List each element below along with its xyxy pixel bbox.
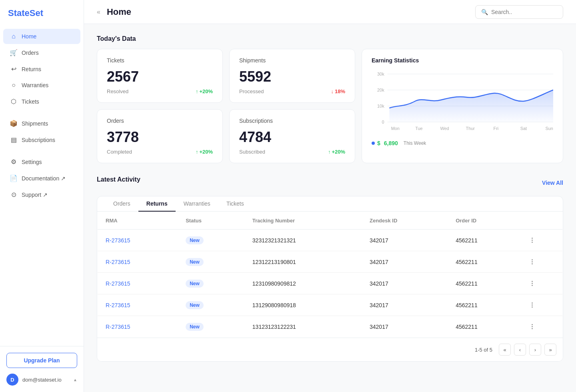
stat-label-orders: Orders xyxy=(107,118,213,124)
table-row: R-273615 New 13123123122231 342017 45622… xyxy=(98,316,563,338)
table-row: R-273615 New 12312213190801 342017 45622… xyxy=(98,251,563,273)
more-options-button[interactable] xyxy=(530,301,534,309)
sidebar-item-label-warranties: Warranties xyxy=(22,82,48,88)
sidebar-item-settings[interactable]: ⚙ Settings xyxy=(3,154,80,170)
rma-link[interactable]: R-273615 xyxy=(106,302,130,308)
status-badge: New xyxy=(186,323,204,331)
tab-returns[interactable]: Returns xyxy=(138,196,176,212)
order-id: 4562211 xyxy=(448,251,522,273)
pagination-prev-button[interactable]: ‹ xyxy=(514,344,526,356)
sidebar-item-home[interactable]: ⌂ Home xyxy=(3,29,80,44)
svg-text:Wed: Wed xyxy=(440,126,449,131)
chart-week-label: This Week xyxy=(404,140,426,146)
stat-value-tickets: 2567 xyxy=(107,68,213,85)
pagination-last-button[interactable]: » xyxy=(544,344,556,356)
stat-sub-subscriptions: Subscribed xyxy=(239,149,265,155)
svg-text:Mon: Mon xyxy=(391,126,400,131)
sidebar-item-label-tickets: Tickets xyxy=(22,98,39,105)
stat-change-tickets: ↑ +20% xyxy=(196,88,213,94)
sidebar-item-support[interactable]: ⊙ Support ↗ xyxy=(3,187,80,202)
zendesk-id: 342017 xyxy=(362,294,448,316)
earning-stats-card: Earning Statistics 30k 20k 10k 0 xyxy=(362,49,563,163)
chart-amount: $ 6,890 xyxy=(377,139,400,147)
tracking-number: 12310980909812 xyxy=(244,273,362,294)
more-options-button[interactable] xyxy=(530,279,534,288)
avatar: D xyxy=(6,374,18,386)
zendesk-id: 342017 xyxy=(362,230,448,251)
stat-card-orders: Orders 3778 Completed ↑ +20% xyxy=(97,109,223,163)
table-header: RMA Status Tracking Number Zendesk ID Or… xyxy=(98,212,563,230)
stat-value-subscriptions: 4784 xyxy=(239,129,345,146)
sidebar-item-label-documentation: Documentation ↗ xyxy=(22,175,66,182)
pagination-first-button[interactable]: « xyxy=(499,344,511,356)
returns-table: RMA Status Tracking Number Zendesk ID Or… xyxy=(97,212,563,338)
sidebar-item-orders[interactable]: 🛒 Orders xyxy=(3,45,80,60)
pagination-next-button[interactable]: › xyxy=(529,344,541,356)
col-rma: RMA xyxy=(98,212,178,230)
rma-link[interactable]: R-273615 xyxy=(106,259,130,265)
status-badge: New xyxy=(186,301,204,309)
tab-warranties[interactable]: Warranties xyxy=(176,196,218,212)
search-box: 🔍 xyxy=(475,5,563,19)
sidebar-item-warranties[interactable]: ○ Warranties xyxy=(3,78,80,93)
more-options-button[interactable] xyxy=(530,236,534,244)
today-data-title: Today's Data xyxy=(97,35,563,42)
tracking-number: 12312213190801 xyxy=(244,251,362,273)
user-email: dom@stateset.io xyxy=(22,377,69,383)
activity-header: Latest Activity View All xyxy=(97,176,563,190)
sidebar-item-label-shipments: Shipments xyxy=(22,120,48,127)
rma-link[interactable]: R-273615 xyxy=(106,280,130,287)
order-id: 4562211 xyxy=(448,316,522,338)
activity-section: Orders Returns Warranties Tickets RMA St… xyxy=(97,196,563,362)
orders-icon: 🛒 xyxy=(10,49,18,56)
status-badge: New xyxy=(186,258,204,266)
sidebar-item-label-returns: Returns xyxy=(22,66,41,72)
view-all-link[interactable]: View All xyxy=(542,180,563,186)
returns-icon: ↩ xyxy=(10,65,18,73)
table-row: R-273615 New 12310980909812 342017 45622… xyxy=(98,273,563,294)
tracking-number: 32312321321321 xyxy=(244,230,362,251)
warranties-icon: ○ xyxy=(10,82,18,89)
sidebar-item-subscriptions[interactable]: ▤ Subscriptions xyxy=(3,132,80,148)
rma-link[interactable]: R-273615 xyxy=(106,324,130,330)
search-input[interactable] xyxy=(491,9,557,15)
svg-text:30k: 30k xyxy=(377,72,384,76)
tracking-number: 13123123122231 xyxy=(244,316,362,338)
stat-sub-orders: Completed xyxy=(107,149,132,155)
svg-text:Fri: Fri xyxy=(494,126,499,131)
upgrade-plan-button[interactable]: Upgrade Plan xyxy=(6,353,77,368)
sidebar-item-shipments[interactable]: 📦 Shipments xyxy=(3,116,80,131)
tab-tickets[interactable]: Tickets xyxy=(218,196,252,212)
sidebar-item-tickets[interactable]: ⬡ Tickets xyxy=(3,94,80,109)
sidebar-item-label-settings: Settings xyxy=(22,159,42,165)
sidebar-item-label-support: Support ↗ xyxy=(22,192,48,198)
sidebar-footer: Upgrade Plan D dom@stateset.io ▲ xyxy=(0,346,84,392)
chart-week-info: $ 6,890 This Week xyxy=(372,139,553,147)
support-icon: ⊙ xyxy=(10,191,18,198)
more-options-button[interactable] xyxy=(530,258,534,266)
app-logo: StateSet xyxy=(0,0,84,25)
stat-footer-orders: Completed ↑ +20% xyxy=(107,149,213,155)
stat-footer-shipments: Processed ↓ 18% xyxy=(239,88,345,94)
sidebar-item-documentation[interactable]: 📄 Documentation ↗ xyxy=(3,170,80,186)
chart-dot xyxy=(372,142,375,145)
svg-text:0: 0 xyxy=(382,120,384,124)
stat-card-tickets: Tickets 2567 Resolved ↑ +20% xyxy=(97,49,223,103)
rma-link[interactable]: R-273615 xyxy=(106,237,130,244)
zendesk-id: 342017 xyxy=(362,273,448,294)
sidebar: StateSet ⌂ Home 🛒 Orders ↩ Returns ○ War… xyxy=(0,0,84,392)
table-footer: 1-5 of 5 « ‹ › » xyxy=(97,338,563,361)
user-info[interactable]: D dom@stateset.io ▲ xyxy=(6,374,77,386)
order-id: 4562211 xyxy=(448,230,522,251)
more-options-button[interactable] xyxy=(530,322,534,331)
sidebar-collapse-button[interactable]: « xyxy=(97,8,100,16)
status-badge: New xyxy=(186,280,204,288)
sidebar-item-returns[interactable]: ↩ Returns xyxy=(3,61,80,77)
sidebar-nav: ⌂ Home 🛒 Orders ↩ Returns ○ Warranties ⬡… xyxy=(0,25,84,346)
table-row: R-273615 New 13129080980918 342017 45622… xyxy=(98,294,563,316)
stat-card-shipments: Shipments 5592 Processed ↓ 18% xyxy=(229,49,355,103)
shipments-icon: 📦 xyxy=(10,120,18,127)
chevron-up-icon: ▲ xyxy=(73,378,77,382)
tab-orders[interactable]: Orders xyxy=(105,196,138,212)
stat-label-shipments: Shipments xyxy=(239,57,345,64)
